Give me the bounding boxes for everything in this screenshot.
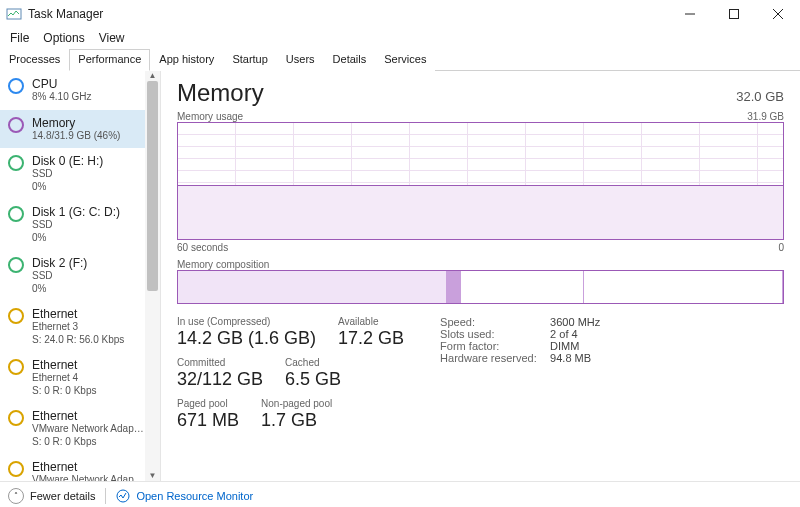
usage-area [178, 185, 783, 239]
inuse-value: 14.2 GB (1.6 GB) [177, 328, 316, 349]
status-ring-icon [8, 410, 24, 426]
composition-label: Memory composition [177, 259, 269, 270]
hw-key: Speed: [440, 316, 540, 328]
sidebar-item-disk-0-e-h--2[interactable]: Disk 0 (E: H:)SSD 0% [0, 148, 160, 199]
menu-file[interactable]: File [4, 29, 35, 47]
sidebar-scrollbar[interactable]: ▲ ▼ [145, 71, 160, 481]
sidebar-item-sub: 14.8/31.9 GB (46%) [32, 130, 120, 143]
sidebar-item-sub: 8% 4.10 GHz [32, 91, 91, 104]
maximize-button[interactable] [712, 0, 756, 28]
usage-chart-label: Memory usage [177, 111, 243, 122]
hw-key: Slots used: [440, 328, 540, 340]
sidebar-item-ethernet-6[interactable]: EthernetEthernet 4 S: 0 R: 0 Kbps [0, 352, 160, 403]
sidebar-item-cpu-0[interactable]: CPU8% 4.10 GHz [0, 71, 160, 110]
sidebar-item-label: Disk 2 (F:) [32, 256, 87, 270]
status-ring-icon [8, 257, 24, 273]
hw-key: Hardware reserved: [440, 352, 540, 364]
hw-key: Form factor: [440, 340, 540, 352]
committed-value: 32/112 GB [177, 369, 263, 390]
main-panel: Memory 32.0 GB Memory usage 31.9 GB 60 s… [161, 71, 800, 481]
comp-segment-standby [461, 271, 584, 303]
app-icon [6, 6, 22, 22]
title-bar: Task Manager [0, 0, 800, 28]
tab-users[interactable]: Users [277, 49, 324, 71]
tab-startup[interactable]: Startup [223, 49, 276, 71]
tab-details[interactable]: Details [324, 49, 376, 71]
status-ring-icon [8, 206, 24, 222]
menu-view[interactable]: View [93, 29, 131, 47]
cached-value: 6.5 GB [285, 369, 341, 390]
paged-label: Paged pool [177, 398, 239, 409]
fewer-details-button[interactable]: Fewer details [30, 490, 95, 502]
open-resource-monitor-link[interactable]: Open Resource Monitor [136, 490, 253, 502]
svg-rect-2 [730, 10, 739, 19]
memory-composition-chart[interactable] [177, 270, 784, 304]
hw-value: 2 of 4 [550, 328, 578, 340]
sidebar-item-ethernet-5[interactable]: EthernetEthernet 3 S: 24.0 R: 56.0 Kbps [0, 301, 160, 352]
hw-info-table: Speed:3600 MHzSlots used:2 of 4Form fact… [440, 316, 600, 364]
sidebar-item-label: Ethernet [32, 460, 144, 474]
sidebar-item-label: Disk 1 (G: C: D:) [32, 205, 120, 219]
page-title: Memory [177, 79, 264, 107]
sidebar-item-ethernet-8[interactable]: EthernetVMware Network Adap… [0, 454, 160, 481]
tab-processes[interactable]: Processes [0, 49, 69, 71]
sidebar-item-memory-1[interactable]: Memory14.8/31.9 GB (46%) [0, 110, 160, 149]
footer-divider [105, 488, 106, 504]
tab-services[interactable]: Services [375, 49, 435, 71]
sidebar-item-label: Ethernet [32, 358, 96, 372]
scroll-thumb[interactable] [147, 81, 158, 291]
memory-usage-chart[interactable] [177, 122, 784, 240]
time-axis-right: 0 [778, 242, 784, 253]
close-button[interactable] [756, 0, 800, 28]
cached-label: Cached [285, 357, 341, 368]
tab-bar: Processes Performance App history Startu… [0, 48, 800, 71]
status-ring-icon [8, 155, 24, 171]
sidebar-item-sub: VMware Network Adap… S: 0 R: 0 Kbps [32, 423, 144, 448]
available-label: Available [338, 316, 404, 327]
footer-bar: ˄ Fewer details Open Resource Monitor [0, 481, 800, 507]
sidebar-item-sub: SSD 0% [32, 219, 120, 244]
sidebar-item-label: Memory [32, 116, 120, 130]
sidebar-item-disk-1-g-c-d--3[interactable]: Disk 1 (G: C: D:)SSD 0% [0, 199, 160, 250]
nonpaged-value: 1.7 GB [261, 410, 332, 431]
sidebar-item-label: CPU [32, 77, 91, 91]
hw-value: DIMM [550, 340, 579, 352]
scroll-up-icon[interactable]: ▲ [145, 71, 160, 81]
menu-options[interactable]: Options [37, 29, 90, 47]
hw-value: 3600 MHz [550, 316, 600, 328]
comp-segment-modified [447, 271, 461, 303]
comp-segment-free [584, 271, 783, 303]
tab-performance[interactable]: Performance [69, 49, 150, 71]
menu-bar: File Options View [0, 28, 800, 48]
hw-value: 94.8 MB [550, 352, 591, 364]
sidebar-item-sub: VMware Network Adap… [32, 474, 144, 481]
chevron-up-icon[interactable]: ˄ [8, 488, 24, 504]
paged-value: 671 MB [177, 410, 239, 431]
status-ring-icon [8, 308, 24, 324]
comp-segment-in-use [178, 271, 447, 303]
sidebar-item-label: Ethernet [32, 307, 124, 321]
sidebar-item-sub: Ethernet 3 S: 24.0 R: 56.0 Kbps [32, 321, 124, 346]
sidebar-item-label: Ethernet [32, 409, 144, 423]
status-ring-icon [8, 461, 24, 477]
status-ring-icon [8, 78, 24, 94]
tab-app-history[interactable]: App history [150, 49, 223, 71]
sidebar-item-sub: Ethernet 4 S: 0 R: 0 Kbps [32, 372, 96, 397]
sidebar: CPU8% 4.10 GHzMemory14.8/31.9 GB (46%)Di… [0, 71, 161, 481]
sidebar-item-disk-2-f--4[interactable]: Disk 2 (F:)SSD 0% [0, 250, 160, 301]
status-ring-icon [8, 359, 24, 375]
sidebar-item-label: Disk 0 (E: H:) [32, 154, 103, 168]
svg-point-5 [117, 490, 129, 502]
sidebar-item-sub: SSD 0% [32, 270, 87, 295]
nonpaged-label: Non-paged pool [261, 398, 332, 409]
inuse-label: In use (Compressed) [177, 316, 316, 327]
sidebar-item-ethernet-7[interactable]: EthernetVMware Network Adap… S: 0 R: 0 K… [0, 403, 160, 454]
scroll-down-icon[interactable]: ▼ [145, 471, 160, 481]
minimize-button[interactable] [668, 0, 712, 28]
available-value: 17.2 GB [338, 328, 404, 349]
resource-monitor-icon [116, 489, 130, 503]
total-capacity: 32.0 GB [736, 89, 784, 104]
status-ring-icon [8, 117, 24, 133]
window-title: Task Manager [28, 7, 668, 21]
usage-chart-max: 31.9 GB [747, 111, 784, 122]
